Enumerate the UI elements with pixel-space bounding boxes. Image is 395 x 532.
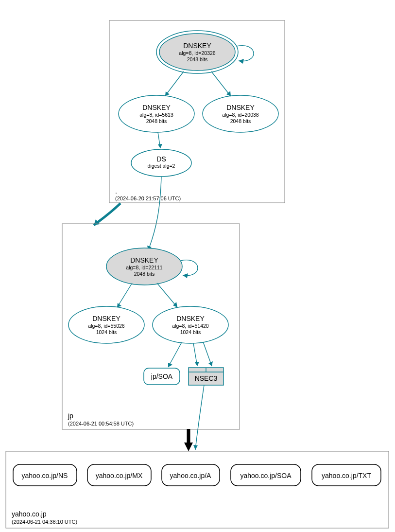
root-ksk-l1: alg=8, id=20326 — [179, 50, 215, 56]
yahoo-mx-node: yahoo.co.jp/MX — [87, 464, 151, 486]
yahoo-a-label: yahoo.co.jp/A — [170, 472, 211, 479]
root-zsk2-l2: 2048 bits — [230, 118, 251, 124]
svg-marker-3 — [239, 59, 244, 64]
jp-nsec3-label: NSEC3 — [195, 374, 218, 382]
svg-marker-26 — [193, 445, 198, 450]
svg-marker-27 — [184, 443, 193, 451]
root-ds-l1: digest alg=2 — [148, 163, 175, 169]
jp-ksk-l2: 2048 bits — [134, 271, 155, 277]
root-zsk1-node: DNSKEY alg=8, id=5613 2048 bits — [119, 95, 194, 132]
root-ksk-l2: 2048 bits — [187, 56, 208, 62]
yahoo-txt-node: yahoo.co.jp/TXT — [312, 464, 381, 486]
jp-zsk2-l2: 1024 bits — [180, 329, 201, 335]
jp-ksk-l1: alg=8, id=22111 — [126, 265, 162, 270]
root-ksk-title: DNSKEY — [183, 42, 211, 50]
root-zsk2-title: DNSKEY — [226, 104, 255, 111]
yahoo-mx-label: yahoo.co.jp/MX — [96, 472, 143, 479]
zone-root: . (2024-06-20 21:57:06 UTC) DNSKEY alg=8… — [109, 20, 285, 203]
zone-yahoo-time: (2024-06-21 04:38:10 UTC) — [12, 519, 77, 525]
jp-zsk1-l2: 1024 bits — [96, 329, 117, 335]
jp-soa-node: jp/SOA — [144, 368, 180, 385]
zone-root-label: . — [115, 187, 117, 195]
jp-zsk1-node: DNSKEY alg=8, id=55026 1024 bits — [69, 306, 144, 343]
svg-marker-9 — [158, 144, 162, 148]
root-ksk-node: DNSKEY alg=8, id=20326 2048 bits — [156, 31, 238, 73]
root-ds-title: DS — [156, 155, 166, 163]
edge-jpksk-zsk1 — [117, 283, 132, 307]
edge-rksk-zsk1 — [165, 71, 184, 96]
edge-rksk-zsk2 — [211, 71, 231, 96]
root-zsk1-l2: 2048 bits — [146, 118, 167, 124]
jp-zsk1-title: DNSKEY — [92, 315, 120, 322]
svg-marker-14 — [183, 273, 188, 278]
zone-yahoo-label: yahoo.co.jp — [12, 510, 47, 518]
edge-jpksk-zsk2 — [157, 283, 177, 307]
svg-marker-7 — [165, 91, 170, 96]
jp-zsk1-l1: alg=8, id=55026 — [88, 323, 124, 329]
zone-jp-time: (2024-06-21 00:54:58 UTC) — [68, 421, 134, 426]
jp-ksk-title: DNSKEY — [130, 256, 158, 264]
jp-soa-label: jp/SOA — [151, 372, 173, 380]
yahoo-a-node: yahoo.co.jp/A — [162, 464, 220, 486]
zone-jp-label: jp — [68, 412, 73, 420]
root-zsk2-node: DNSKEY alg=8, id=20038 2048 bits — [203, 95, 278, 132]
zone-root-time: (2024-06-20 21:57:06 UTC) — [115, 195, 181, 201]
dnssec-graph: . (2024-06-20 21:57:06 UTC) DNSKEY alg=8… — [0, 0, 395, 532]
yahoo-ns-node: yahoo.co.jp/NS — [13, 464, 77, 486]
jp-ksk-node: DNSKEY alg=8, id=22111 2048 bits — [106, 248, 182, 285]
root-zsk1-l1: alg=8, id=5613 — [139, 112, 173, 118]
jp-nsec3-node: NSEC3 — [189, 368, 223, 385]
edge-nsec3-yahoo — [195, 385, 204, 450]
edge-root-ksk-self — [237, 46, 254, 61]
svg-marker-24 — [195, 362, 199, 366]
zone-yahoo: yahoo.co.jp (2024-06-21 04:38:10 UTC) ya… — [6, 451, 389, 528]
edge-ds-jpksk — [148, 177, 161, 250]
root-ds-node: DS digest alg=2 — [131, 149, 191, 177]
jp-zsk2-title: DNSKEY — [176, 315, 205, 322]
edge-jp-ksk-self — [181, 260, 198, 276]
edge-root-to-jp-thick — [94, 203, 120, 225]
edge-zsk2-soa — [168, 342, 182, 367]
svg-rect-28 — [6, 451, 389, 528]
yahoo-txt-label: yahoo.co.jp/TXT — [322, 472, 371, 479]
yahoo-soa-label: yahoo.co.jp/SOA — [240, 472, 292, 479]
jp-zsk2-l1: alg=8, id=51420 — [172, 323, 208, 329]
root-zsk1-title: DNSKEY — [142, 104, 171, 111]
jp-zsk2-node: DNSKEY alg=8, id=51420 1024 bits — [153, 306, 228, 343]
zone-jp: jp (2024-06-21 00:54:58 UTC) DNSKEY alg=… — [62, 224, 240, 429]
yahoo-soa-node: yahoo.co.jp/SOA — [231, 464, 301, 486]
yahoo-ns-label: yahoo.co.jp/NS — [22, 472, 68, 479]
root-zsk2-l1: alg=8, id=20038 — [222, 112, 258, 118]
